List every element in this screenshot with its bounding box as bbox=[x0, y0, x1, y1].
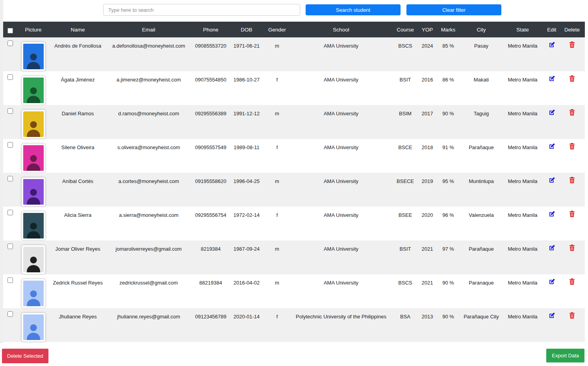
person-silhouette-icon bbox=[24, 285, 43, 306]
table-header-row: Picture Name Email Phone DOB Gender Scho… bbox=[3, 22, 585, 37]
select-all-checkbox[interactable] bbox=[7, 28, 13, 33]
page-left-gutter bbox=[0, 0, 3, 343]
row-checkbox[interactable] bbox=[7, 74, 13, 80]
trash-icon bbox=[569, 143, 575, 150]
col-header-dob: DOB bbox=[230, 22, 263, 37]
delete-button[interactable] bbox=[569, 177, 575, 183]
search-input[interactable] bbox=[103, 4, 300, 16]
student-email: jomaroliverreyes@gmail.com bbox=[106, 240, 191, 274]
student-gender: f bbox=[263, 207, 291, 240]
student-dob: 2020-01-14 bbox=[230, 308, 263, 342]
edit-button[interactable] bbox=[549, 244, 555, 251]
student-dob: 1986-10-27 bbox=[230, 71, 263, 105]
row-checkbox[interactable] bbox=[7, 108, 13, 114]
student-phone: 09123456789 bbox=[191, 308, 230, 342]
export-data-button[interactable]: Export Data bbox=[546, 349, 584, 362]
delete-button[interactable] bbox=[569, 244, 575, 251]
edit-icon bbox=[549, 177, 555, 183]
clear-filter-button[interactable]: Clear filter bbox=[406, 4, 501, 15]
col-header-email: Email bbox=[106, 22, 191, 37]
student-avatar bbox=[22, 279, 45, 308]
row-select-cell bbox=[3, 139, 17, 173]
edit-cell bbox=[544, 105, 559, 139]
row-checkbox[interactable] bbox=[7, 41, 13, 46]
delete-button[interactable] bbox=[569, 41, 575, 48]
edit-icon bbox=[549, 75, 555, 82]
edit-icon bbox=[549, 278, 555, 285]
student-marks: 90 % bbox=[435, 308, 462, 342]
delete-button[interactable] bbox=[569, 278, 575, 285]
row-checkbox[interactable] bbox=[7, 176, 13, 181]
edit-button[interactable] bbox=[549, 41, 555, 48]
edit-cell bbox=[544, 71, 559, 105]
student-gender: f bbox=[263, 71, 291, 105]
delete-button[interactable] bbox=[569, 211, 575, 217]
picture-cell bbox=[17, 37, 49, 71]
student-gender: m bbox=[263, 37, 291, 71]
table-row: Andrés de Fonollosa a.defonollosa@moneyh… bbox=[3, 37, 585, 71]
student-email: a.jimenez@moneyheist.com bbox=[106, 71, 191, 105]
delete-button[interactable] bbox=[569, 109, 575, 116]
edit-button[interactable] bbox=[549, 143, 555, 150]
edit-cell bbox=[544, 37, 559, 71]
delete-button[interactable] bbox=[569, 143, 575, 150]
delete-cell bbox=[559, 240, 585, 274]
student-marks: 91 % bbox=[435, 139, 462, 173]
row-checkbox[interactable] bbox=[7, 277, 13, 283]
edit-cell bbox=[544, 240, 559, 274]
student-phone: 09195558620 bbox=[191, 173, 230, 207]
student-phone: 09295556389 bbox=[191, 105, 230, 139]
student-avatar bbox=[22, 110, 45, 139]
col-header-picture: Picture bbox=[17, 22, 49, 37]
person-silhouette-icon bbox=[24, 217, 43, 238]
trash-icon bbox=[569, 109, 575, 116]
edit-button[interactable] bbox=[549, 312, 555, 319]
edit-button[interactable] bbox=[549, 75, 555, 82]
row-checkbox[interactable] bbox=[7, 311, 13, 317]
row-checkbox[interactable] bbox=[7, 142, 13, 148]
student-phone: 09085553720 bbox=[191, 37, 230, 71]
edit-button[interactable] bbox=[549, 109, 555, 116]
edit-button[interactable] bbox=[549, 278, 555, 285]
delete-selected-button[interactable]: Delete Selected bbox=[2, 349, 48, 363]
student-city: Parañaque City bbox=[462, 308, 501, 342]
delete-button[interactable] bbox=[569, 75, 575, 82]
edit-button[interactable] bbox=[549, 177, 555, 183]
student-dob: 1989-08-11 bbox=[230, 139, 263, 173]
student-school: AMA University bbox=[291, 274, 391, 308]
delete-cell bbox=[559, 139, 585, 173]
search-student-button[interactable]: Search student bbox=[306, 4, 401, 15]
picture-cell bbox=[17, 308, 49, 342]
picture-cell bbox=[17, 240, 49, 274]
table-row: Alicia Sierra a.sierra@moneyheist.com 09… bbox=[3, 207, 585, 240]
table-row: Jomar Oliver Reyes jomaroliverreyes@gmai… bbox=[3, 240, 585, 274]
row-checkbox[interactable] bbox=[7, 244, 13, 249]
student-yop: 2019 bbox=[420, 173, 435, 207]
student-course: BSECE bbox=[391, 173, 420, 207]
table-row: Silene Oliveira s.oliveira@moneyheist.co… bbox=[3, 139, 585, 173]
trash-icon bbox=[569, 278, 575, 285]
student-avatar bbox=[22, 211, 45, 240]
delete-button[interactable] bbox=[569, 312, 575, 319]
student-gender: m bbox=[263, 173, 291, 207]
student-yop: 2024 bbox=[420, 37, 435, 71]
student-yop: 2017 bbox=[420, 105, 435, 139]
student-school: AMA University bbox=[291, 173, 391, 207]
student-yop: 2016 bbox=[420, 71, 435, 105]
student-email: jhulianne.reyes@gmail.com bbox=[106, 308, 191, 342]
picture-cell bbox=[17, 105, 49, 139]
student-marks: 90 % bbox=[435, 105, 462, 139]
person-silhouette-icon bbox=[24, 319, 43, 340]
edit-button[interactable] bbox=[549, 211, 555, 217]
student-yop: 2021 bbox=[420, 240, 435, 274]
col-header-yop: YOP bbox=[420, 22, 435, 37]
student-marks: 96 % bbox=[435, 207, 462, 240]
edit-cell bbox=[544, 274, 559, 308]
student-state: Metro Manila bbox=[501, 173, 544, 207]
student-email: d.ramos@moneyheist.com bbox=[106, 105, 191, 139]
delete-cell bbox=[559, 173, 585, 207]
col-header-marks: Marks bbox=[435, 22, 462, 37]
student-course: BSIM bbox=[391, 105, 420, 139]
row-checkbox[interactable] bbox=[7, 210, 13, 215]
edit-icon bbox=[549, 211, 555, 217]
